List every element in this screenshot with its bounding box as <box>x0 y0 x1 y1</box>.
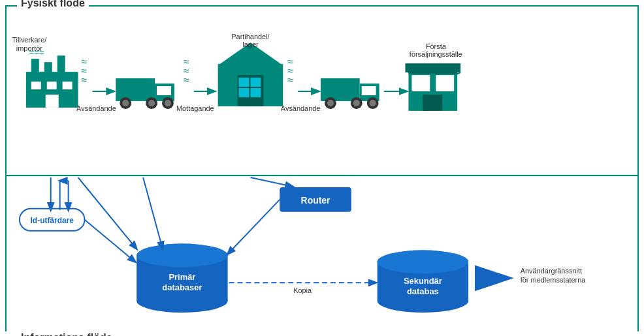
svg-rect-57 <box>436 75 454 91</box>
svg-marker-80 <box>475 265 514 291</box>
svg-text:Kopia: Kopia <box>293 286 312 294</box>
svg-rect-16 <box>116 78 155 101</box>
svg-rect-3 <box>57 55 65 78</box>
svg-rect-35 <box>239 78 250 87</box>
svg-line-88 <box>250 177 293 187</box>
svg-point-68 <box>137 289 227 313</box>
svg-line-91 <box>85 220 136 262</box>
svg-rect-5 <box>31 82 41 89</box>
svg-rect-6 <box>47 82 57 89</box>
svg-rect-2 <box>44 62 52 78</box>
svg-point-24 <box>165 100 171 106</box>
svg-rect-56 <box>411 75 430 91</box>
info-section: Informations flöde Router <box>7 176 637 335</box>
svg-text:≈: ≈ <box>184 74 189 85</box>
svg-text:≈: ≈ <box>287 74 293 85</box>
physical-section: Fysiskt flöde ≈≈≈ Tillverkare/ <box>7 7 637 176</box>
svg-line-90 <box>228 200 280 254</box>
svg-rect-18 <box>157 86 171 95</box>
svg-text:Primär: Primär <box>169 272 195 282</box>
svg-line-89 <box>143 177 163 249</box>
info-flow-label: Informations flöde <box>17 332 116 336</box>
svg-text:Router: Router <box>301 195 330 206</box>
svg-text:≈: ≈ <box>82 74 88 85</box>
svg-rect-7 <box>63 82 72 89</box>
svg-rect-1 <box>31 59 39 78</box>
svg-rect-33 <box>239 88 250 97</box>
svg-rect-59 <box>408 69 457 74</box>
svg-text:Tillverkare/: Tillverkare/ <box>12 36 47 44</box>
svg-rect-46 <box>362 86 376 95</box>
info-flow-svg: Router Id-utfärdare Primär databaser Sek… <box>7 176 637 335</box>
physical-flow-label: Fysiskt flöde <box>17 0 89 9</box>
svg-point-52 <box>370 100 376 106</box>
svg-rect-34 <box>250 88 261 97</box>
svg-text:Partihandel/: Partihandel/ <box>231 33 270 40</box>
svg-text:Första: Första <box>426 42 447 50</box>
main-diagram: Fysiskt flöde ≈≈≈ Tillverkare/ <box>5 5 639 331</box>
svg-rect-8 <box>46 95 59 108</box>
svg-text:lager: lager <box>242 40 259 48</box>
svg-text:försäljningsställe: försäljningsställe <box>410 50 462 58</box>
svg-text:Id-utfärdare: Id-utfärdare <box>31 216 74 225</box>
svg-text:importör: importör <box>16 44 42 52</box>
svg-rect-44 <box>321 78 360 101</box>
svg-point-48 <box>327 100 334 106</box>
svg-point-69 <box>137 244 227 267</box>
svg-text:för medlemsstaterna: för medlemsstaterna <box>521 276 587 284</box>
svg-point-20 <box>122 100 129 106</box>
svg-text:Mottagande: Mottagande <box>176 104 214 112</box>
svg-text:Användargränssnitt: Användargränssnitt <box>521 267 582 275</box>
svg-point-50 <box>353 100 360 106</box>
svg-text:Avsändande: Avsändande <box>281 104 321 112</box>
svg-text:databaser: databaser <box>162 283 202 292</box>
svg-point-75 <box>378 251 468 274</box>
svg-rect-58 <box>423 95 442 111</box>
svg-text:Avsändande: Avsändande <box>76 104 116 112</box>
svg-point-22 <box>148 100 155 106</box>
svg-rect-36 <box>250 78 261 87</box>
physical-flow-svg: ≈≈≈ Tillverkare/ importör ≈ ≈ ≈ Avsändan… <box>7 7 637 175</box>
svg-text:databas: databas <box>407 286 439 296</box>
svg-text:Sekundär: Sekundär <box>404 276 442 286</box>
